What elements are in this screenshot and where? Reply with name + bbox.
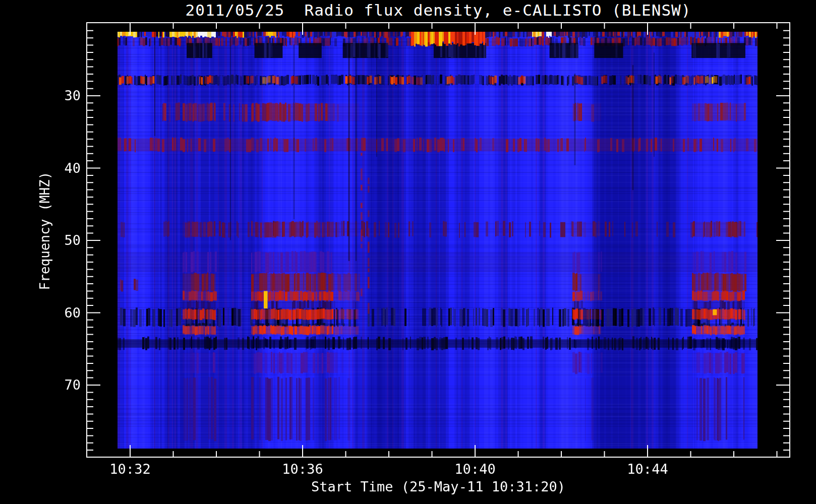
axis-ticks (87, 23, 790, 457)
axes-frame (0, 0, 816, 504)
y-axis-title: Frequency (MHZ) (37, 130, 54, 332)
x-axis-title: Start Time (25-May-11 10:31:20) (237, 479, 640, 494)
y-tick-label: 70 (49, 378, 81, 392)
y-tick-label: 30 (49, 89, 81, 103)
spectrogram-page: 2011/05/25 Radio flux density, e-CALLIST… (0, 0, 816, 504)
x-tick-label: 10:32 (90, 462, 170, 476)
x-tick-label: 10:36 (262, 462, 343, 476)
x-tick-label: 10:44 (607, 462, 688, 476)
x-tick-label: 10:40 (435, 462, 515, 476)
plot-frame (87, 23, 790, 457)
